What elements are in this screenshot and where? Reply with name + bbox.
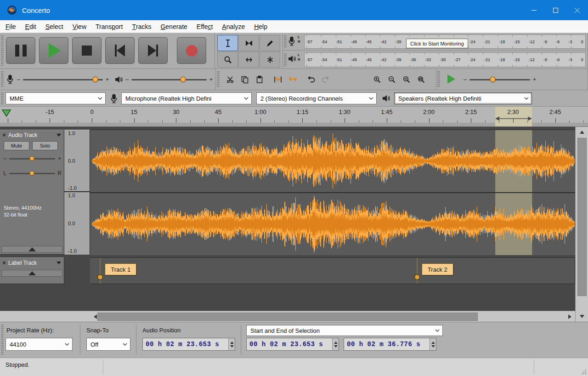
project-rate-dropdown[interactable]: 44100	[6, 338, 73, 351]
track-title[interactable]: Audio Track	[8, 132, 57, 138]
menu-edit[interactable]: Edit	[21, 20, 41, 33]
paste-button[interactable]	[254, 74, 266, 85]
time-shift-tool-button[interactable]	[238, 51, 259, 68]
toolbar-gripper[interactable]	[284, 53, 287, 67]
play-at-speed-button[interactable]	[447, 74, 455, 84]
skip-to-end-button[interactable]	[138, 37, 168, 64]
snap-to-dropdown[interactable]: Off	[86, 338, 130, 351]
play-speed-slider[interactable]: – +	[463, 74, 537, 85]
recording-volume-slider[interactable]: – +	[17, 74, 109, 85]
gain-groove[interactable]	[9, 158, 55, 160]
copy-button[interactable]	[239, 74, 251, 85]
collapse-track-button[interactable]	[1, 246, 62, 253]
stop-button[interactable]	[72, 37, 102, 64]
menu-transport[interactable]: Transport	[91, 20, 127, 33]
mute-button[interactable]: Mute	[4, 141, 29, 150]
pan-groove[interactable]	[9, 173, 55, 174]
cut-button[interactable]	[224, 74, 236, 85]
selection-mode-dropdown[interactable]: Start and End of Selection	[246, 325, 443, 336]
slider-thumb[interactable]	[29, 171, 34, 176]
track-menu-dropdown-icon[interactable]	[57, 262, 61, 264]
toolbar-gripper[interactable]	[284, 35, 287, 48]
toolbar-gripper[interactable]	[1, 324, 4, 356]
spinner[interactable]	[430, 338, 436, 350]
vertical-scrollbar[interactable]	[575, 127, 588, 322]
play-speed-groove[interactable]	[469, 79, 530, 80]
skip-to-start-button[interactable]	[105, 37, 135, 64]
menu-select[interactable]: Select	[41, 20, 68, 33]
zoom-tool-button[interactable]	[217, 51, 238, 68]
horizontal-scroll-thumb[interactable]	[97, 313, 478, 321]
track-title[interactable]: Label Track	[8, 260, 57, 266]
vertical-scale-ruler[interactable]: 1.00.0-1.0 1.00.0-1.0	[64, 130, 90, 255]
playback-volume-groove[interactable]	[131, 79, 207, 80]
spinner[interactable]	[332, 338, 339, 350]
toolbar-gripper[interactable]	[217, 71, 220, 88]
play-head-pin-icon[interactable]	[1, 109, 11, 117]
close-track-button[interactable]: ×	[1, 132, 7, 138]
playback-volume-slider[interactable]: – +	[125, 74, 213, 85]
playback-device-dropdown[interactable]: Speakers (Realtek High Definiti	[394, 92, 532, 104]
label-track-content[interactable]: Track 1Track 2	[90, 257, 575, 284]
collapse-track-button[interactable]	[1, 270, 62, 277]
multi-tool-button[interactable]	[260, 51, 280, 68]
minimize-button[interactable]	[523, 0, 545, 20]
menu-file[interactable]: File	[1, 20, 21, 33]
zoom-selection-button[interactable]	[401, 74, 413, 85]
menu-analyze[interactable]: Analyze	[217, 20, 249, 33]
waveform-channel-right[interactable]	[90, 193, 575, 255]
maximize-button[interactable]	[545, 0, 566, 20]
solo-button[interactable]: Solo	[32, 141, 58, 150]
slider-thumb[interactable]	[92, 77, 98, 83]
track-menu-dropdown-icon[interactable]	[57, 134, 61, 137]
waveform-channel-left[interactable]	[90, 130, 575, 192]
menu-tracks[interactable]: Tracks	[127, 20, 156, 33]
recording-channels-dropdown[interactable]: 2 (Stereo) Recording Channels	[256, 92, 377, 104]
gain-slider[interactable]: – +	[3, 154, 62, 163]
menu-effect[interactable]: Effect	[192, 20, 218, 33]
zoom-out-button[interactable]	[386, 74, 398, 85]
vertical-scroll-thumb[interactable]	[577, 138, 587, 296]
pause-button[interactable]	[6, 37, 35, 64]
scroll-right-button[interactable]	[565, 311, 575, 322]
toolbar-gripper[interactable]	[1, 71, 4, 88]
selection-tool-button[interactable]	[217, 35, 238, 51]
spinner[interactable]	[228, 338, 235, 350]
resize-grip[interactable]	[581, 369, 587, 375]
toolbar-gripper[interactable]	[1, 92, 4, 104]
horizontal-scrollbar[interactable]	[90, 311, 575, 322]
play-button[interactable]	[39, 37, 68, 64]
menu-generate[interactable]: Generate	[156, 20, 192, 33]
trim-audio-button[interactable]	[272, 74, 284, 85]
scroll-up-button[interactable]	[576, 127, 588, 137]
redo-button[interactable]	[320, 74, 332, 85]
zoom-project-button[interactable]	[415, 74, 427, 85]
undo-button[interactable]	[305, 74, 317, 85]
audio-position-field[interactable]: 00 h 02 m 23.653 s	[142, 338, 235, 351]
selection-start-field[interactable]: 00 h 02 m 23.653 s	[246, 338, 339, 351]
recording-meter[interactable]: LR -57-54-51-48-45-42-39-36-33-30-27-24-…	[283, 33, 588, 51]
selection-end-field[interactable]: 00 h 02 m 36.776 s	[344, 338, 436, 351]
playback-meter-bar[interactable]: -57-54-51-48-45-42-39-36-33-30-27-24-21-…	[304, 52, 586, 67]
close-button[interactable]	[566, 0, 588, 20]
slider-thumb[interactable]	[180, 77, 186, 83]
label-flag[interactable]: Track 1	[105, 263, 136, 275]
slider-thumb[interactable]	[29, 156, 34, 161]
menu-help[interactable]: Help	[249, 20, 272, 33]
slider-thumb[interactable]	[490, 77, 496, 83]
playback-meter[interactable]: LR -57-54-51-48-45-42-39-36-33-30-27-24-…	[283, 51, 588, 68]
close-track-button[interactable]: ×	[1, 260, 7, 266]
label-flag[interactable]: Track 2	[422, 263, 453, 275]
record-button[interactable]	[177, 37, 206, 64]
pan-slider[interactable]: L R	[3, 169, 62, 178]
draw-tool-button[interactable]	[260, 35, 280, 51]
toolbar-gripper[interactable]	[1, 35, 4, 67]
timeline-ruler[interactable]: -1501530451:001:151:301:452:002:152:302:…	[0, 107, 588, 127]
scroll-down-button[interactable]	[576, 312, 588, 322]
recording-volume-groove[interactable]	[23, 79, 103, 80]
audio-host-dropdown[interactable]: MME	[6, 92, 106, 104]
toolbar-gripper[interactable]	[437, 71, 440, 88]
envelope-tool-button[interactable]	[238, 35, 259, 51]
silence-audio-button[interactable]	[287, 74, 299, 85]
recording-device-dropdown[interactable]: Microphone (Realtek High Defini	[121, 92, 252, 104]
